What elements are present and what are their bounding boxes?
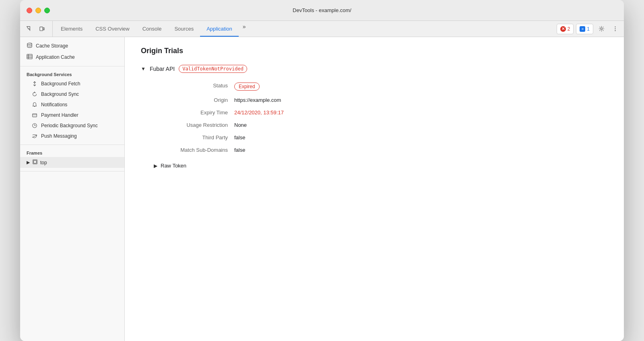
trial-name: Fubar API (150, 66, 175, 72)
raw-token-label: Raw Token (161, 163, 186, 169)
messages-count: 1 (587, 26, 590, 32)
svg-rect-17 (34, 161, 37, 163)
toolbar-right: ✕ 2 ≡ 1 (557, 21, 621, 37)
devtools-window: DevTools - example.com/ Elements CSS Ove (20, 0, 624, 341)
background-fetch-label: Background Fetch (41, 81, 80, 87)
traffic-lights (27, 8, 50, 13)
sidebar-item-background-sync[interactable]: Background Sync (20, 89, 124, 99)
maximize-button[interactable] (44, 8, 50, 13)
title-bar: DevTools - example.com/ (20, 0, 624, 21)
tab-bar: Elements CSS Overview Console Sources Ap… (20, 21, 624, 37)
close-button[interactable] (27, 8, 32, 13)
trial-section: ▼ Fubar API ValidTokenNotProvided Status… (141, 65, 608, 172)
svg-rect-7 (27, 54, 32, 59)
window-title: DevTools - example.com/ (293, 7, 351, 13)
svg-rect-0 (39, 27, 43, 31)
trial-header: ▼ Fubar API ValidTokenNotProvided (141, 65, 608, 73)
more-tabs-button[interactable]: » (239, 21, 250, 32)
errors-button[interactable]: ✕ 2 (557, 24, 574, 34)
sidebar-item-background-fetch[interactable]: Background Fetch (20, 79, 124, 89)
page-title: Origin Trials (141, 47, 608, 55)
cache-storage-label: Cache Storage (36, 43, 68, 49)
notifications-icon (31, 101, 38, 108)
content-panel: Origin Trials ▼ Fubar API ValidTokenNotP… (125, 37, 624, 341)
tab-console[interactable]: Console (136, 21, 168, 37)
messages-button[interactable]: ≡ 1 (576, 24, 593, 34)
origin-label: Origin (154, 94, 234, 106)
tab-list: Elements CSS Overview Console Sources Ap… (54, 21, 557, 37)
svg-point-5 (615, 30, 615, 31)
push-messaging-icon (31, 133, 38, 139)
inspect-icon[interactable] (23, 23, 35, 35)
message-icon: ≡ (580, 26, 585, 32)
toolbar-icons (23, 21, 53, 37)
origin-value: https://example.com (234, 94, 608, 106)
tab-application[interactable]: Application (200, 21, 239, 37)
more-options-icon[interactable] (609, 23, 621, 35)
periodic-sync-label: Periodic Background Sync (41, 123, 98, 128)
errors-count: 2 (568, 26, 570, 32)
svg-point-4 (615, 28, 615, 29)
trial-expand-arrow[interactable]: ▼ (141, 66, 146, 72)
push-messaging-label: Push Messaging (41, 133, 77, 139)
main-content: Cache Storage Application Cache (20, 37, 624, 341)
device-icon[interactable] (36, 23, 47, 35)
tab-sources[interactable]: Sources (168, 21, 200, 37)
sidebar-item-payment-handler[interactable]: Payment Handler (20, 110, 124, 120)
svg-point-2 (601, 28, 603, 30)
background-fetch-icon (31, 81, 38, 87)
payment-handler-label: Payment Handler (41, 112, 78, 118)
sidebar-item-push-messaging[interactable]: Push Messaging (20, 131, 124, 141)
third-party-label: Third Party (154, 131, 234, 144)
sidebar-item-notifications[interactable]: Notifications (20, 99, 124, 110)
sidebar: Cache Storage Application Cache (20, 37, 125, 341)
storage-section: Cache Storage Application Cache (20, 37, 124, 66)
match-subdomains-label: Match Sub-Domains (154, 144, 234, 156)
third-party-value: false (234, 131, 608, 144)
top-frame-label: top (40, 160, 47, 165)
frames-section: Frames ▶ top (20, 145, 124, 172)
sidebar-item-periodic-background-sync[interactable]: Periodic Background Sync (20, 120, 124, 131)
trial-badge: ValidTokenNotProvided (179, 65, 247, 73)
expiry-value: 24/12/2020, 13:59:17 (234, 106, 608, 119)
tab-css-overview[interactable]: CSS Overview (89, 21, 136, 37)
periodic-sync-icon (31, 122, 38, 129)
raw-token-section: ▶ Raw Token (154, 159, 608, 172)
error-icon: ✕ (560, 26, 566, 32)
svg-point-3 (615, 27, 615, 27)
status-value: Expired (234, 79, 608, 94)
frame-icon (32, 159, 38, 166)
svg-point-6 (27, 43, 32, 45)
frame-expand-arrow: ▶ (27, 160, 30, 165)
tab-elements[interactable]: Elements (54, 21, 89, 37)
raw-token-expand-arrow[interactable]: ▶ (154, 163, 157, 169)
match-subdomains-value: false (234, 144, 608, 156)
background-sync-label: Background Sync (41, 91, 79, 97)
svg-rect-13 (33, 114, 37, 117)
trial-details: Status Expired Origin https://example.co… (154, 79, 608, 156)
usage-value: None (234, 119, 608, 131)
application-cache-label: Application Cache (36, 54, 75, 60)
background-services-header: Background Services (20, 70, 124, 79)
background-services-section: Background Services Background Fetch (20, 66, 124, 145)
usage-label: Usage Restriction (154, 119, 234, 131)
payment-handler-icon (31, 112, 38, 118)
settings-icon[interactable] (596, 23, 607, 35)
sidebar-item-application-cache[interactable]: Application Cache (20, 52, 124, 63)
expired-badge: Expired (234, 83, 260, 91)
sidebar-item-top-frame[interactable]: ▶ top (20, 157, 124, 168)
background-sync-icon (31, 91, 38, 97)
expiry-label: Expiry Time (154, 106, 234, 119)
cache-storage-icon (27, 42, 33, 50)
minimize-button[interactable] (35, 8, 41, 13)
svg-rect-1 (43, 28, 44, 30)
notifications-label: Notifications (41, 102, 67, 107)
frames-header: Frames (20, 148, 124, 157)
sidebar-item-cache-storage[interactable]: Cache Storage (20, 40, 124, 52)
application-cache-icon (27, 54, 33, 61)
status-label: Status (154, 79, 234, 94)
